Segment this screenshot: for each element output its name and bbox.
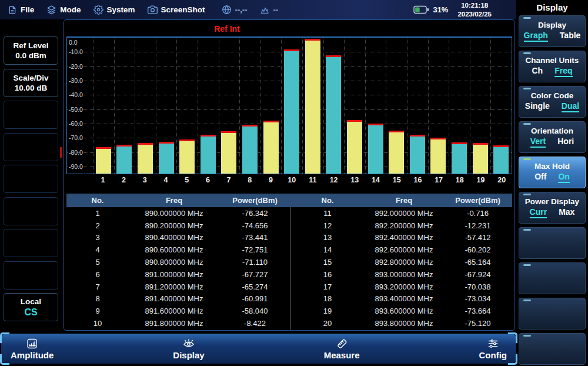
x-gridline <box>135 38 135 174</box>
battery-percent: 31% <box>433 5 448 14</box>
table-cell: -12.231 <box>443 221 512 230</box>
menu-system[interactable]: System <box>93 5 135 15</box>
clock-date: 2023/02/25 <box>457 10 492 19</box>
option-on[interactable]: On <box>558 172 569 183</box>
option-freq[interactable]: Freq <box>554 66 572 77</box>
table-cell: 892.600000 MHz <box>365 245 443 254</box>
spectrum-bar-11 <box>305 39 320 174</box>
option-curr[interactable]: Curr <box>530 207 547 218</box>
option-vert[interactable]: Vert <box>530 137 546 148</box>
bottom-menu-measure[interactable]: Measure <box>324 338 360 360</box>
softkey-scale-div[interactable]: Scale/Div10.00 dB <box>4 69 58 97</box>
softkey-empty[interactable] <box>519 227 586 259</box>
x-gridline <box>449 38 449 174</box>
x-tick-label: 14 <box>365 176 386 184</box>
table-header-cell: Power(dBm) <box>443 196 512 205</box>
softkey-empty[interactable] <box>4 229 58 257</box>
corner-bracket <box>0 354 9 365</box>
softkey-empty[interactable] <box>519 262 586 294</box>
softkey-clip <box>523 52 531 54</box>
option-dual[interactable]: Dual <box>562 101 579 112</box>
softkey-power-display[interactable]: Power DisplayCurrMax <box>519 192 586 224</box>
main-panel: Ref Int 0.0-10.0-20.0-30.0-40.0-50.0-60.… <box>64 19 515 331</box>
right-softkey-panel: Display DisplayGraphTableChannel UnitsCh… <box>516 0 588 366</box>
table-cell: 893.800000 MHz <box>365 319 443 328</box>
eye-icon <box>182 338 195 350</box>
option-ch[interactable]: Ch <box>532 66 543 77</box>
table-cell: -8.422 <box>219 319 290 328</box>
menu-title: Display <box>516 0 588 12</box>
option-single[interactable]: Single <box>525 101 550 112</box>
camera-icon <box>148 5 158 15</box>
softkey-empty[interactable] <box>4 197 58 225</box>
table-cell: 11 <box>290 209 365 218</box>
table-cell: -72.751 <box>219 245 290 254</box>
table-cell: 13 <box>290 233 365 242</box>
option-off[interactable]: Off <box>534 172 546 183</box>
y-tick-label: 0.0 <box>69 39 78 46</box>
softkey-display[interactable]: DisplayGraphTable <box>519 15 586 47</box>
softkey-empty[interactable] <box>4 165 58 193</box>
softkey-max-hold[interactable]: Max HoldOffOn <box>519 157 586 188</box>
bottom-menu-display[interactable]: Display <box>173 338 204 360</box>
top-menu: FileModeSystemScreenShot <box>0 5 205 15</box>
menu-mode[interactable]: Mode <box>46 5 81 15</box>
x-tick-label: 16 <box>407 176 429 184</box>
menu-label: File <box>21 5 34 14</box>
softkey-title: Max Hold <box>534 162 570 171</box>
table-header-cell: Freq <box>129 196 219 205</box>
ref-source-label: Ref Int <box>214 24 240 34</box>
gps-status: --,-- <box>222 5 248 15</box>
table-row: 2890.200000 MHz-74.65612892.200000 MHz-1… <box>66 219 512 232</box>
table-cell: -67.727 <box>219 270 290 279</box>
table-row: 8891.400000 MHz-60.99118893.400000 MHz-7… <box>66 293 512 305</box>
table-row: 7891.200000 MHz-65.27417893.200000 MHz-7… <box>66 281 512 293</box>
x-gridline <box>407 38 407 174</box>
option-hori[interactable]: Hori <box>557 137 574 148</box>
softkey-empty[interactable] <box>4 133 58 161</box>
y-tick-label: -30.0 <box>69 77 83 84</box>
option-table[interactable]: Table <box>560 31 581 42</box>
table-cell: -73.664 <box>443 307 512 315</box>
bottom-menu-label: Config <box>479 350 506 360</box>
table-cell: 890.800000 MHz <box>129 258 219 267</box>
x-gridline <box>239 38 240 174</box>
softkey-empty[interactable] <box>4 101 58 129</box>
option-graph[interactable]: Graph <box>524 31 548 42</box>
globe-icon <box>222 5 232 15</box>
menu-screenshot[interactable]: ScreenShot <box>148 5 205 15</box>
option-max[interactable]: Max <box>559 207 574 218</box>
softkey-ref-level[interactable]: Ref Level0.0 dBm <box>4 36 58 65</box>
x-gridline <box>198 38 198 174</box>
x-gridline <box>512 38 512 174</box>
file-icon <box>8 5 17 15</box>
x-gridline <box>93 38 93 174</box>
softkey-empty[interactable] <box>519 298 586 330</box>
y-tick-label: -80.0 <box>69 149 83 156</box>
softkey-clip <box>523 194 531 195</box>
table-row: 4890.600000 MHz-72.75114892.600000 MHz-6… <box>66 244 512 256</box>
bottom-menu-amplitude[interactable]: Amplitude <box>11 338 54 360</box>
softkey-title: Display <box>538 21 566 29</box>
menu-file[interactable]: File <box>8 5 34 15</box>
bottom-menu-config[interactable]: Config <box>479 338 506 360</box>
softkey-value: 0.0 dBm <box>15 51 46 60</box>
softkey-channel-units[interactable]: Channel UnitsChFreq <box>519 51 586 82</box>
softkey-empty[interactable] <box>4 261 58 290</box>
softkey-color-code[interactable]: Color CodeSingleDual <box>519 86 586 118</box>
table-cell: 890.200000 MHz <box>129 221 219 230</box>
softkey-empty[interactable] <box>519 333 586 365</box>
table-cell: 4 <box>66 245 129 254</box>
x-tick-label: 5 <box>176 176 198 184</box>
softkey-orientation[interactable]: OrientationVertHori <box>519 121 586 153</box>
x-tick-label: 7 <box>218 176 239 184</box>
table-cell: -65.164 <box>443 258 512 267</box>
table-cell: 5 <box>66 258 129 267</box>
x-gridline <box>219 38 219 174</box>
table-cell: 18 <box>290 294 365 303</box>
spectrum-bar-chart: 0.0-10.0-20.0-30.0-40.0-50.0-60.0-70.0-8… <box>66 36 512 174</box>
softkey-local[interactable]: LocalCS <box>4 293 58 321</box>
table-row: 6891.000000 MHz-67.72716893.000000 MHz-6… <box>66 268 512 281</box>
spectrum-bar-12 <box>326 55 341 174</box>
table-cell: 893.000000 MHz <box>365 270 443 279</box>
